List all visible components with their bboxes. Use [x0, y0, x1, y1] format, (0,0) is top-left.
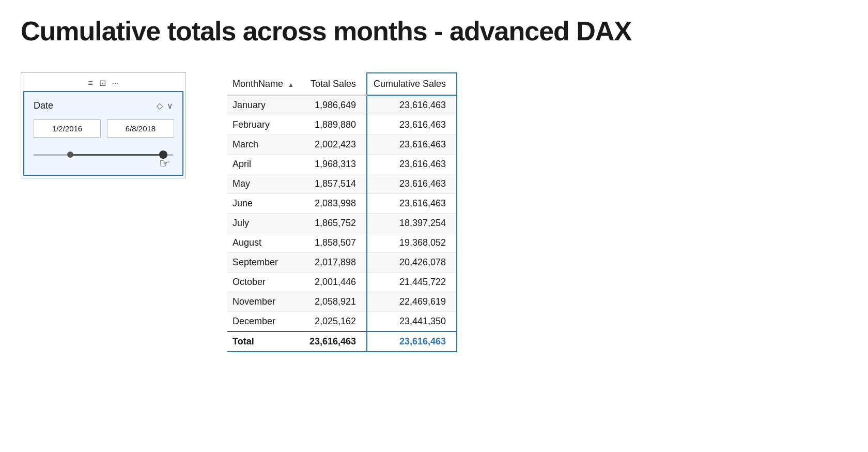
table-row: July 1,865,752 18,397,254 [227, 214, 457, 233]
table-row: October 2,001,446 21,445,722 [227, 273, 457, 292]
cell-cumulative-sales: 23,616,463 [367, 194, 457, 214]
table-row: August 1,858,507 19,368,052 [227, 233, 457, 253]
cell-month: October [227, 273, 304, 292]
cell-total-sales: 1,865,752 [304, 214, 367, 233]
cell-total-sales-total: 23,616,463 [304, 332, 367, 352]
col-header-cumulative-sales: Cumulative Sales [367, 73, 457, 95]
cell-month: January [227, 95, 304, 115]
cell-month: May [227, 174, 304, 194]
cell-month: July [227, 214, 304, 233]
table-row: April 1,968,313 23,616,463 [227, 155, 457, 174]
slicer-label: Date [34, 100, 53, 111]
cell-cumulative-sales: 18,397,254 [367, 214, 457, 233]
table-row: November 2,058,921 22,469,619 [227, 292, 457, 312]
cell-total-sales: 2,002,423 [304, 135, 367, 155]
slicer-toolbar: ≡ ⊡ ··· [23, 75, 183, 91]
slicer-inner: Date ◇ ∨ ☞ [23, 91, 183, 176]
cell-month: March [227, 135, 304, 155]
date-end-input[interactable] [107, 119, 174, 138]
cell-total-cumulative: 23,616,463 [367, 332, 457, 352]
cell-total-sales: 1,858,507 [304, 233, 367, 253]
cell-cumulative-sales: 23,616,463 [367, 95, 457, 115]
cell-month: August [227, 233, 304, 253]
cell-month: September [227, 253, 304, 273]
cell-month: February [227, 115, 304, 135]
cell-total-sales: 2,058,921 [304, 292, 367, 312]
cell-total-sales: 2,001,446 [304, 273, 367, 292]
cell-month: December [227, 312, 304, 332]
table-row: December 2,025,162 23,441,350 [227, 312, 457, 332]
cell-cumulative-sales: 23,616,463 [367, 155, 457, 174]
sort-arrow-icon[interactable]: ▲ [288, 81, 294, 88]
slider-handle-right[interactable] [159, 150, 167, 159]
page-title: Cumulative totals across months - advanc… [21, 16, 847, 47]
content-area: ≡ ⊡ ··· Date ◇ ∨ [21, 72, 847, 352]
date-inputs [34, 119, 173, 138]
table-row: January 1,986,649 23,616,463 [227, 95, 457, 115]
cell-total-sales: 1,968,313 [304, 155, 367, 174]
table-body: January 1,986,649 23,616,463 February 1,… [227, 95, 457, 352]
slicer-header-icons: ◇ ∨ [157, 101, 173, 111]
more-icon[interactable]: ··· [112, 79, 119, 88]
date-start-input[interactable] [34, 119, 101, 138]
slider-container: ☞ [34, 147, 173, 162]
cell-total-sales: 2,083,998 [304, 194, 367, 214]
data-table: MonthName ▲ Total Sales Cumulative Sales… [227, 72, 457, 352]
cell-total-sales: 1,857,514 [304, 174, 367, 194]
cell-cumulative-sales: 23,616,463 [367, 135, 457, 155]
table-header-row: MonthName ▲ Total Sales Cumulative Sales [227, 73, 457, 95]
table-row: February 1,889,880 23,616,463 [227, 115, 457, 135]
cell-month: April [227, 155, 304, 174]
cell-total-sales: 2,025,162 [304, 312, 367, 332]
cell-cumulative-sales: 21,445,722 [367, 273, 457, 292]
table-total-row: Total 23,616,463 23,616,463 [227, 332, 457, 352]
clear-icon[interactable]: ◇ [157, 101, 163, 111]
slicer-outer: ≡ ⊡ ··· Date ◇ ∨ [21, 72, 186, 178]
cell-cumulative-sales: 20,426,078 [367, 253, 457, 273]
cell-month: June [227, 194, 304, 214]
cell-cumulative-sales: 22,469,619 [367, 292, 457, 312]
cell-month: November [227, 292, 304, 312]
cell-total-sales: 2,017,898 [304, 253, 367, 273]
col-header-total-sales: Total Sales [304, 73, 367, 95]
table-row: May 1,857,514 23,616,463 [227, 174, 457, 194]
expand-icon[interactable]: ⊡ [99, 78, 106, 88]
slicer-header: Date ◇ ∨ [34, 100, 173, 111]
cell-total-sales: 1,889,880 [304, 115, 367, 135]
slider-range [69, 154, 166, 156]
col-header-month: MonthName ▲ [227, 73, 304, 95]
data-table-container: MonthName ▲ Total Sales Cumulative Sales… [227, 72, 847, 352]
cell-cumulative-sales: 23,616,463 [367, 174, 457, 194]
table-row: March 2,002,423 23,616,463 [227, 135, 457, 155]
cell-total-sales: 1,986,649 [304, 95, 367, 115]
slider-track[interactable] [34, 154, 173, 156]
cell-total-label: Total [227, 332, 304, 352]
slicer-widget: ≡ ⊡ ··· Date ◇ ∨ [21, 72, 186, 178]
cell-cumulative-sales: 23,616,463 [367, 115, 457, 135]
hamburger-icon[interactable]: ≡ [88, 79, 92, 88]
chevron-down-icon[interactable]: ∨ [167, 101, 173, 111]
table-row: September 2,017,898 20,426,078 [227, 253, 457, 273]
cell-cumulative-sales: 23,441,350 [367, 312, 457, 332]
slider-handle-left[interactable] [67, 152, 73, 158]
table-row: June 2,083,998 23,616,463 [227, 194, 457, 214]
cell-cumulative-sales: 19,368,052 [367, 233, 457, 253]
